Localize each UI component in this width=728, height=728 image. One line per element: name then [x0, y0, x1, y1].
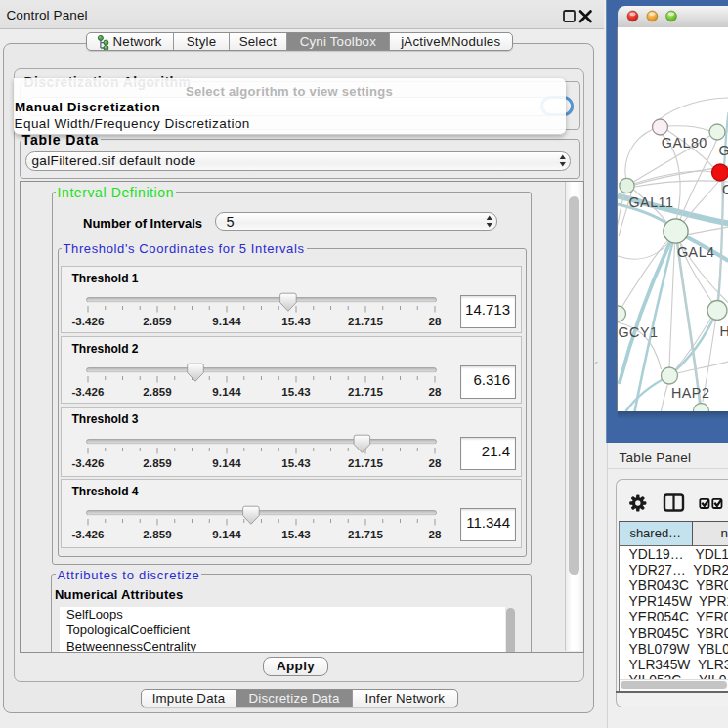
- svg-text:28: 28: [429, 456, 442, 468]
- svg-text:2.859: 2.859: [143, 386, 171, 398]
- svg-text:-3.426: -3.426: [71, 386, 104, 398]
- svg-text:-3.426: -3.426: [71, 456, 104, 468]
- svg-text:2.859: 2.859: [143, 529, 171, 540]
- svg-text:2.859: 2.859: [143, 316, 171, 327]
- svg-text:15.43: 15.43: [281, 386, 310, 398]
- svg-text:GCY1: GCY1: [619, 324, 659, 340]
- svg-text:21.715: 21.715: [348, 529, 383, 540]
- svg-text:GAL80: GAL80: [662, 135, 707, 150]
- svg-text:GAL4: GAL4: [677, 244, 715, 260]
- svg-text:9.144: 9.144: [212, 386, 241, 398]
- svg-text:HA: HA: [720, 323, 728, 339]
- svg-text:28: 28: [429, 316, 442, 327]
- svg-text:15.43: 15.43: [281, 529, 310, 540]
- svg-text:9.144: 9.144: [212, 529, 241, 540]
- svg-text:9.144: 9.144: [212, 456, 241, 468]
- svg-text:-3.426: -3.426: [71, 529, 104, 540]
- svg-text:21.715: 21.715: [348, 456, 383, 468]
- svg-text:C: C: [722, 182, 728, 197]
- svg-text:GAL11: GAL11: [629, 194, 674, 210]
- svg-text:15.43: 15.43: [281, 456, 310, 468]
- svg-text:2.859: 2.859: [143, 456, 171, 468]
- svg-text:15.43: 15.43: [281, 316, 310, 327]
- svg-text:9.144: 9.144: [212, 316, 241, 327]
- svg-text:28: 28: [429, 529, 442, 540]
- svg-text:21.715: 21.715: [348, 386, 383, 398]
- svg-text:-3.426: -3.426: [71, 316, 104, 327]
- svg-text:GA: GA: [719, 143, 728, 158]
- svg-text:28: 28: [429, 386, 442, 398]
- svg-text:21.715: 21.715: [348, 316, 383, 327]
- svg-text:HAP2: HAP2: [671, 385, 709, 401]
